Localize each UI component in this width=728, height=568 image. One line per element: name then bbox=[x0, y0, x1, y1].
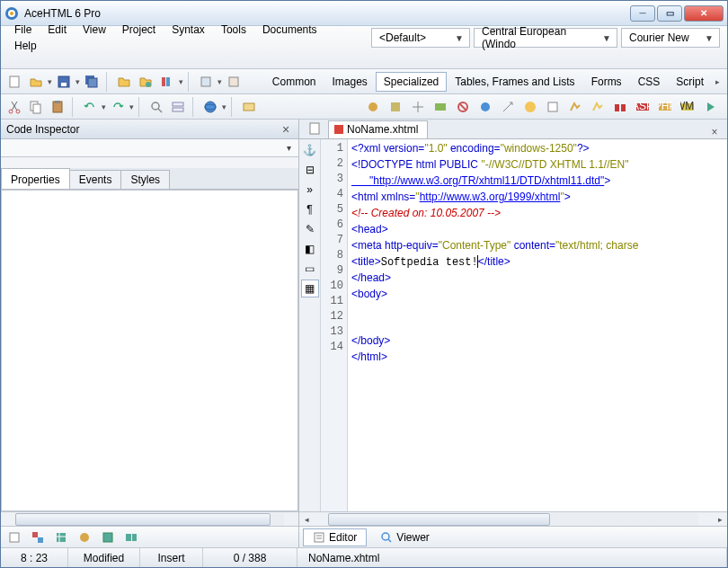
sp-icon-8[interactable] bbox=[520, 97, 540, 117]
find-button[interactable] bbox=[146, 97, 166, 117]
menu-project[interactable]: Project bbox=[114, 22, 164, 38]
sp-icon-7[interactable] bbox=[498, 97, 518, 117]
sp-icon-12[interactable] bbox=[610, 97, 630, 117]
sp-icon-4[interactable] bbox=[431, 97, 450, 117]
lb-icon-5[interactable] bbox=[98, 528, 118, 547]
editor-scrollbar-h[interactable]: ◂ ▸ bbox=[299, 511, 727, 526]
encoding-dropdown[interactable]: Central European (Windo▼ bbox=[474, 28, 617, 48]
view-tab-editor[interactable]: Editor bbox=[303, 528, 367, 546]
file-icon[interactable] bbox=[305, 120, 324, 138]
left-bottom-toolbar bbox=[1, 526, 298, 547]
view-tab-viewer[interactable]: Viewer bbox=[370, 528, 439, 546]
cat-script[interactable]: Script bbox=[668, 72, 712, 92]
vt-grid-icon[interactable]: ▦ bbox=[301, 280, 319, 297]
svg-rect-34 bbox=[615, 104, 619, 111]
copy-button[interactable] bbox=[26, 97, 46, 117]
menu-documents[interactable]: Documents bbox=[254, 22, 325, 38]
menu-edit[interactable]: Edit bbox=[40, 22, 75, 38]
lb-icon-6[interactable] bbox=[121, 528, 141, 547]
tool-a-button[interactable] bbox=[196, 72, 216, 92]
maximize-button[interactable]: ▭ bbox=[657, 5, 682, 22]
tab-styles[interactable]: Styles bbox=[120, 170, 170, 189]
svg-point-26 bbox=[368, 102, 377, 111]
vt-anchor-icon[interactable]: ⚓ bbox=[301, 141, 319, 159]
window-title: AceHTML 6 Pro bbox=[24, 7, 630, 20]
editor-icon bbox=[313, 531, 325, 544]
undo-button[interactable] bbox=[80, 97, 100, 117]
replace-button[interactable] bbox=[168, 97, 188, 117]
books-button[interactable] bbox=[157, 72, 177, 92]
sp-icon-php[interactable]: PHP bbox=[655, 97, 675, 117]
left-scrollbar[interactable] bbox=[1, 511, 298, 526]
vt-ruler-icon[interactable]: ⊟ bbox=[301, 161, 319, 179]
vt-comment-icon[interactable]: ▭ bbox=[301, 260, 319, 278]
tab-properties[interactable]: Properties bbox=[1, 168, 70, 189]
svg-rect-11 bbox=[201, 77, 210, 86]
lb-icon-3[interactable] bbox=[51, 528, 71, 547]
menu-help[interactable]: Help bbox=[6, 38, 339, 54]
code-area[interactable]: <?xml version="1.0" encoding="windows-12… bbox=[348, 139, 727, 511]
sp-icon-11[interactable] bbox=[588, 97, 608, 117]
folder-button[interactable] bbox=[114, 72, 134, 92]
vt-pencil-icon[interactable]: ✎ bbox=[301, 220, 319, 238]
sp-icon-1[interactable] bbox=[363, 97, 383, 117]
cat-common[interactable]: Common bbox=[264, 72, 324, 92]
open-file-button[interactable] bbox=[26, 72, 46, 92]
cat-tables[interactable]: Tables, Frames and Lists bbox=[447, 72, 582, 92]
svg-rect-10 bbox=[166, 77, 170, 86]
sp-icon-2[interactable] bbox=[386, 97, 405, 117]
file-tab-close-icon[interactable]: × bbox=[707, 126, 722, 138]
font-dropdown[interactable]: Courier New▼ bbox=[621, 28, 720, 48]
svg-rect-51 bbox=[310, 123, 319, 134]
new-file-button[interactable] bbox=[4, 72, 24, 92]
svg-rect-27 bbox=[391, 102, 400, 111]
file-tab-active[interactable]: NoName.xhtml bbox=[328, 120, 428, 138]
menu-view[interactable]: View bbox=[75, 22, 114, 38]
menu-tools[interactable]: Tools bbox=[213, 22, 254, 38]
paste-button[interactable] bbox=[48, 97, 67, 117]
cut-button[interactable] bbox=[4, 97, 24, 117]
save-all-button[interactable] bbox=[82, 72, 102, 92]
panel-close-icon[interactable]: × bbox=[279, 122, 293, 137]
cat-css[interactable]: CSS bbox=[630, 72, 669, 92]
sp-icon-play[interactable] bbox=[700, 97, 720, 117]
lb-icon-1[interactable] bbox=[4, 528, 24, 547]
preset-dropdown[interactable]: <Default>▼ bbox=[371, 28, 470, 48]
svg-rect-46 bbox=[57, 533, 66, 542]
cat-images[interactable]: Images bbox=[324, 72, 376, 92]
sp-icon-asp[interactable]: ASP bbox=[633, 97, 653, 117]
sp-icon-6[interactable] bbox=[475, 97, 495, 117]
panel-selector[interactable]: ▾ bbox=[1, 139, 298, 157]
minimize-button[interactable]: ─ bbox=[630, 5, 655, 22]
close-button[interactable]: ✕ bbox=[684, 5, 724, 22]
cat-specialized[interactable]: Specialized bbox=[376, 72, 447, 92]
modified-indicator-icon bbox=[334, 125, 343, 134]
chevron-down-icon: ▾ bbox=[282, 143, 295, 153]
sp-icon-9[interactable] bbox=[543, 97, 563, 117]
sp-icon-wml[interactable]: WML bbox=[678, 97, 697, 117]
svg-rect-25 bbox=[244, 103, 254, 111]
preview-button[interactable] bbox=[200, 97, 220, 117]
save-button[interactable] bbox=[54, 72, 74, 92]
cat-forms[interactable]: Forms bbox=[583, 72, 630, 92]
sp-icon-3[interactable] bbox=[408, 97, 428, 117]
vt-pilcrow-icon[interactable]: ¶ bbox=[301, 200, 319, 218]
vt-expand-icon[interactable]: » bbox=[301, 181, 319, 199]
tab-events[interactable]: Events bbox=[69, 170, 122, 189]
menu-syntax[interactable]: Syntax bbox=[164, 22, 213, 38]
svg-rect-52 bbox=[315, 533, 324, 542]
lb-icon-2[interactable] bbox=[28, 528, 48, 547]
lb-icon-4[interactable] bbox=[75, 528, 94, 547]
sp-icon-10[interactable] bbox=[565, 97, 585, 117]
app-icon bbox=[4, 6, 19, 21]
tool-b-button[interactable] bbox=[224, 72, 244, 92]
folder2-button[interactable] bbox=[136, 72, 155, 92]
tag-button[interactable] bbox=[239, 97, 259, 117]
menu-file[interactable]: File bbox=[6, 22, 40, 38]
svg-line-30 bbox=[459, 103, 466, 111]
redo-button[interactable] bbox=[108, 97, 128, 117]
sp-icon-5[interactable] bbox=[453, 97, 473, 117]
vt-palette-icon[interactable]: ◧ bbox=[301, 240, 319, 258]
svg-rect-35 bbox=[621, 104, 626, 111]
code-editor[interactable]: ⚓ ⊟ » ¶ ✎ ◧ ▭ ▦ 1234567891011121314 <?xm… bbox=[299, 139, 727, 511]
